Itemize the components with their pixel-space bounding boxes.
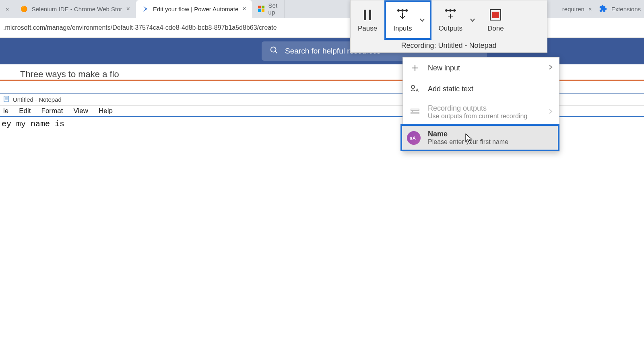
svg-text:A: A: [416, 88, 419, 93]
chevron-right-icon: [549, 64, 553, 72]
svg-point-27: [411, 85, 415, 88]
inputs-dropdown: New input A Add static text Recording ou…: [402, 57, 559, 152]
outputs-icon: [444, 8, 457, 22]
menu-view[interactable]: View: [73, 107, 88, 115]
tab-label: Edit your flow | Power Automate: [153, 6, 238, 12]
mouse-cursor-icon: [465, 134, 473, 146]
microsoft-favicon-icon: [258, 5, 264, 12]
stop-icon: [489, 8, 502, 22]
menu-edit[interactable]: Edit: [19, 107, 31, 115]
tab-setup[interactable]: Set up: [252, 0, 285, 18]
svg-rect-2: [258, 9, 261, 12]
svg-rect-3: [262, 9, 264, 12]
item-title: Recording outputs: [428, 104, 527, 113]
chevron-down-icon[interactable]: [418, 17, 430, 23]
static-text-icon: A: [409, 83, 421, 95]
svg-rect-10: [364, 10, 366, 20]
browser-tab-strip: × 🟠 Selenium IDE - Chrome Web Stor × Edi…: [0, 0, 644, 18]
name-input-item[interactable]: aA Name Please enter your first name: [400, 124, 559, 151]
notepad-title: Untitled - Notepad: [13, 96, 62, 103]
tab-strip-right: requiren × Extensions: [556, 0, 644, 18]
done-button[interactable]: Done: [480, 0, 511, 40]
svg-point-4: [271, 47, 276, 52]
extensions-puzzle-icon[interactable]: [599, 4, 607, 14]
done-label: Done: [487, 25, 504, 33]
svg-rect-6: [4, 96, 8, 102]
svg-rect-0: [258, 6, 261, 8]
inputs-label: Inputs: [393, 25, 412, 33]
search-icon: [270, 46, 279, 57]
svg-point-18: [446, 10, 447, 11]
tab-label: Selenium IDE - Chrome Web Stor: [32, 6, 122, 12]
close-icon[interactable]: ×: [588, 6, 592, 12]
item-subtitle: Use outputs from current recording: [428, 113, 527, 120]
pause-label: Pause: [358, 25, 377, 33]
item-label: Add static text: [428, 85, 473, 93]
selenium-favicon-icon: 🟠: [21, 5, 28, 12]
tab-selenium[interactable]: 🟠 Selenium IDE - Chrome Web Stor ×: [15, 0, 136, 18]
address-bar[interactable]: .microsoft.com/manage/environments/Defau…: [0, 18, 644, 38]
tab-partial-left[interactable]: ×: [0, 0, 15, 18]
recorder-status: Recording: Untitled - Notepad: [351, 40, 547, 52]
inputs-button[interactable]: Inputs: [384, 0, 431, 40]
close-icon[interactable]: ×: [242, 5, 246, 12]
menu-help[interactable]: Help: [99, 107, 113, 115]
svg-rect-24: [492, 12, 499, 18]
url-text: .microsoft.com/manage/environments/Defau…: [3, 24, 277, 31]
svg-rect-29: [411, 109, 419, 111]
recorder-toolbar: Pause Inputs Outputs: [350, 0, 547, 53]
pause-button[interactable]: Pause: [351, 0, 384, 40]
svg-line-5: [275, 51, 277, 53]
outputs-button[interactable]: Outputs: [431, 0, 481, 40]
plus-icon: [409, 62, 421, 74]
recording-outputs-item: Recording outputs Use outputs from curre…: [403, 99, 559, 125]
inputs-icon: [396, 8, 409, 22]
svg-point-15: [406, 10, 407, 11]
new-input-item[interactable]: New input: [403, 58, 559, 78]
add-static-text-item[interactable]: A Add static text: [403, 78, 559, 99]
svg-rect-11: [369, 10, 371, 20]
chevron-right-icon: [549, 109, 553, 116]
pause-icon: [362, 8, 373, 22]
tab-label: Set up: [268, 2, 279, 16]
svg-rect-1: [262, 6, 264, 8]
close-icon[interactable]: ×: [126, 5, 130, 12]
item-label: New input: [428, 64, 460, 72]
tab-requirements[interactable]: requiren ×: [559, 6, 595, 12]
power-automate-favicon-icon: [142, 5, 149, 12]
extensions-label[interactable]: Extensions: [611, 6, 641, 12]
svg-point-13: [398, 10, 399, 11]
svg-text:aA: aA: [410, 136, 416, 141]
notepad-app-icon: [3, 96, 10, 103]
recording-outputs-icon: [409, 107, 421, 118]
chevron-down-icon[interactable]: [468, 17, 480, 23]
svg-point-19: [450, 10, 451, 11]
close-icon[interactable]: ×: [6, 6, 9, 12]
svg-point-14: [402, 10, 403, 11]
tab-label: requiren: [562, 6, 584, 12]
menu-file[interactable]: le: [3, 107, 8, 115]
tab-power-automate[interactable]: Edit your flow | Power Automate ×: [136, 0, 252, 18]
menu-format[interactable]: Format: [41, 107, 63, 115]
svg-rect-30: [411, 112, 419, 114]
svg-point-20: [454, 10, 455, 11]
page-heading-partial: Three ways to make a flo: [20, 69, 119, 80]
outputs-label: Outputs: [439, 25, 463, 33]
text-input-icon: aA: [407, 131, 421, 145]
